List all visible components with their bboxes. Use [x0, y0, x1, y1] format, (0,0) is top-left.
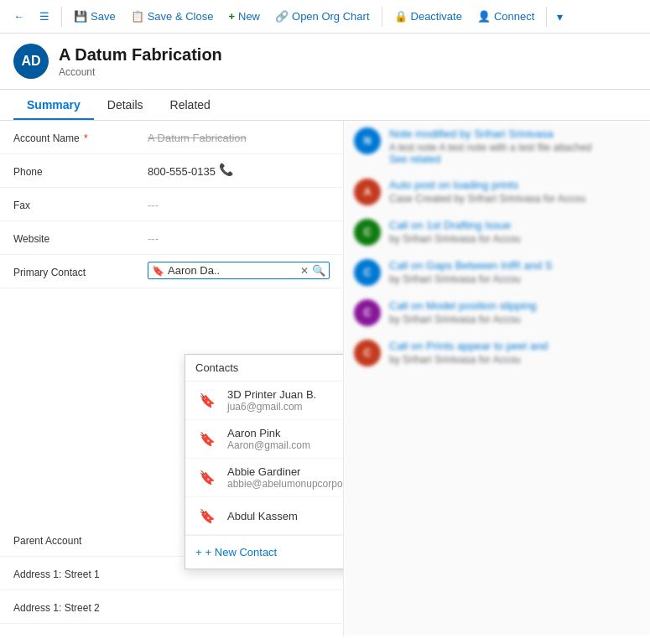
- label-primary-contact: Primary Contact: [13, 262, 148, 280]
- field-address-street3: Address 1: Street 3: [0, 624, 343, 636]
- lookup-record-icon: 🔖: [152, 265, 164, 277]
- lookup-value: Aaron Da..: [168, 264, 297, 277]
- back-icon: ←: [13, 10, 24, 23]
- record-info: A Datum Fabrication Account: [59, 45, 222, 78]
- label-address-street1: Address 1: Street 1: [13, 564, 148, 582]
- list-item[interactable]: 🔖 3D Printer Juan B. jua6@gmail.com ∨: [185, 382, 344, 420]
- field-primary-contact: Primary Contact 🔖 Aaron Da.. ✕ 🔍: [0, 255, 343, 288]
- activity-item: C Call on Prints appear to peel and by S…: [354, 340, 640, 366]
- label-address-street2: Address 1: Street 2: [13, 597, 148, 615]
- activity-item: C Call on Gaps Between InfR and S by Sri…: [354, 259, 640, 286]
- avatar-1: A: [354, 179, 381, 205]
- org-chart-icon: 🔗: [275, 10, 289, 23]
- activity-desc-2: by Srihari Srinivasa for Accou: [389, 233, 640, 245]
- activity-title-5[interactable]: Call on Prints appear to peel and: [389, 340, 640, 352]
- contacts-label: Contacts: [195, 361, 238, 374]
- dropdown-footer: + + New Contact Advanced lookup: [185, 535, 344, 569]
- dropdown-header: Contacts Recent records: [185, 355, 344, 382]
- lookup-clear-button[interactable]: ✕: [300, 265, 309, 277]
- record-title: A Datum Fabrication: [59, 45, 222, 65]
- deactivate-button[interactable]: 🔒 Deactivate: [387, 7, 469, 26]
- label-website: Website: [13, 228, 148, 247]
- open-org-chart-button[interactable]: 🔗 Open Org Chart: [268, 7, 377, 26]
- field-phone: Phone 800-555-0135 📞: [0, 154, 343, 188]
- label-address-street3: Address 1: Street 3: [13, 631, 148, 636]
- tab-summary[interactable]: Summary: [13, 90, 94, 120]
- page-icon: ☰: [39, 10, 49, 23]
- required-indicator: *: [84, 132, 88, 144]
- activity-item: C Call on 1st Drafting Issue by Srihari …: [354, 219, 640, 246]
- contact-info-1: Aaron Pink Aaron@gmail.com: [227, 427, 344, 451]
- tabs: Summary Details Related: [0, 90, 650, 121]
- activity-content-4: Call on Model position slipping by Sriha…: [389, 299, 640, 326]
- avatar-0: N: [354, 127, 381, 154]
- activity-desc-1: Case Created by Srihari Srinivasa for Ac…: [389, 193, 640, 205]
- value-address-street3[interactable]: [148, 631, 330, 635]
- activity-title-4[interactable]: Call on Model position slipping: [389, 299, 640, 312]
- record-avatar: AD: [13, 44, 49, 79]
- deactivate-icon: 🔒: [394, 10, 408, 23]
- save-button[interactable]: 💾 Save: [67, 7, 122, 26]
- lookup-search-icon[interactable]: 🔍: [312, 264, 325, 277]
- separator-2: [382, 7, 382, 27]
- new-button[interactable]: + New: [221, 7, 267, 26]
- activity-content-0: Note modified by Srihari Srinivasa A tes…: [389, 127, 640, 165]
- avatar-2: C: [354, 219, 381, 246]
- activity-title-3[interactable]: Call on Gaps Between InfR and S: [389, 259, 640, 272]
- label-fax: Fax: [13, 195, 148, 213]
- avatar-3: C: [354, 259, 381, 286]
- activity-item: A Auto post on loading prints Case Creat…: [354, 179, 640, 205]
- activity-title-0[interactable]: Note modified by Srihari Srinivasa: [389, 127, 640, 140]
- phone-row: 800-555-0135 📞: [148, 161, 233, 178]
- label-parent-account: Parent Account: [13, 530, 148, 548]
- activity-item: C Call on Model position slipping by Sri…: [354, 299, 640, 326]
- activity-desc-0: A test note A test note with a test file…: [389, 142, 640, 153]
- activity-content-1: Auto post on loading prints Case Created…: [389, 179, 640, 205]
- activity-desc-5: by Srihari Srinivasa for Accou: [389, 354, 640, 366]
- contact-info-2: Abbie Gardiner abbie@abelumonupcorporati…: [227, 465, 344, 490]
- activity-title-1[interactable]: Auto post on loading prints: [389, 179, 640, 191]
- list-item[interactable]: 🔖 Aaron Pink Aaron@gmail.com ∨: [185, 420, 344, 459]
- list-item[interactable]: 🔖 Abbie Gardiner abbie@abelumonupcorpora…: [185, 459, 344, 497]
- value-address-street2[interactable]: [148, 597, 330, 601]
- tab-related[interactable]: Related: [157, 90, 224, 120]
- activity-panel: N Note modified by Srihari Srinivasa A t…: [344, 121, 650, 636]
- contact-icon-2: 🔖: [195, 466, 219, 490]
- connect-button[interactable]: 👤 Connect: [471, 7, 541, 26]
- activity-desc-3: by Srihari Srinivasa for Accou: [389, 273, 640, 285]
- record-subtitle: Account: [59, 66, 222, 78]
- tab-details[interactable]: Details: [94, 90, 157, 120]
- label-account-name: Account Name *: [13, 127, 148, 146]
- back-button[interactable]: ←: [7, 7, 31, 26]
- value-fax[interactable]: ---: [148, 195, 330, 211]
- field-fax: Fax ---: [0, 188, 343, 221]
- value-phone[interactable]: 800-555-0135: [148, 161, 216, 178]
- value-account-name[interactable]: A Datum Fabrication: [148, 127, 330, 144]
- page-icon-button[interactable]: ☰: [33, 7, 56, 26]
- save-icon: 💾: [74, 10, 87, 23]
- new-contact-button[interactable]: + + New Contact: [195, 546, 277, 558]
- contact-icon-3: 🔖: [195, 504, 219, 527]
- phone-icon[interactable]: 📞: [219, 163, 233, 176]
- dropdown-list: 🔖 3D Printer Juan B. jua6@gmail.com ∨ 🔖 …: [185, 382, 344, 535]
- separator-3: [546, 7, 547, 27]
- contact-info-3: Abdul Kassem: [227, 510, 344, 522]
- field-address-street2: Address 1: Street 2: [0, 590, 343, 624]
- lookup-dropdown[interactable]: Contacts Recent records 🔖 3D Printer Jua…: [185, 354, 344, 569]
- content-area: Account Name * A Datum Fabrication Phone…: [0, 121, 650, 636]
- value-website[interactable]: ---: [148, 228, 330, 245]
- activity-item: N Note modified by Srihari Srinivasa A t…: [354, 127, 640, 165]
- save-close-button[interactable]: 📋 Save & Close: [124, 7, 221, 26]
- label-phone: Phone: [13, 161, 148, 179]
- contact-info-0: 3D Printer Juan B. jua6@gmail.com: [227, 388, 344, 413]
- toolbar-more-button[interactable]: ▾: [552, 7, 568, 27]
- activity-title-2[interactable]: Call on 1st Drafting Issue: [389, 219, 640, 231]
- field-account-name: Account Name * A Datum Fabrication: [0, 121, 343, 154]
- activity-link-0[interactable]: See related: [389, 153, 640, 165]
- avatar-4: C: [354, 299, 381, 326]
- separator-1: [61, 7, 62, 27]
- contact-icon-1: 🔖: [195, 428, 219, 451]
- lookup-field-primary-contact[interactable]: 🔖 Aaron Da.. ✕ 🔍: [148, 262, 330, 279]
- list-item[interactable]: 🔖 Abdul Kassem ∨: [185, 497, 344, 535]
- connect-icon: 👤: [477, 10, 491, 23]
